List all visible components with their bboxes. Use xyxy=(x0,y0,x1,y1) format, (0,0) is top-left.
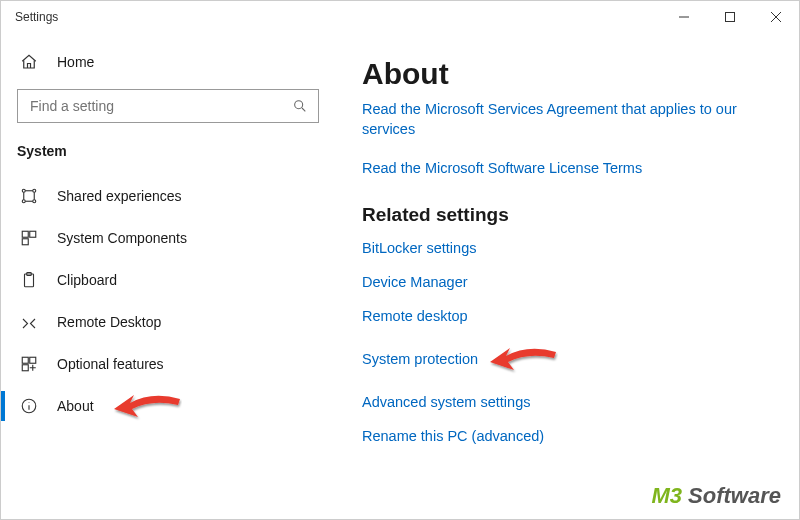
remote-desktop-icon xyxy=(19,313,39,331)
sidebar-item-shared-experiences[interactable]: Shared experiences xyxy=(1,175,336,217)
svg-point-8 xyxy=(22,200,25,203)
home-nav[interactable]: Home xyxy=(1,41,336,83)
optional-features-icon xyxy=(19,355,39,373)
link-rename-pc[interactable]: Rename this PC (advanced) xyxy=(362,428,779,444)
sidebar-item-label: Shared experiences xyxy=(57,188,182,204)
svg-rect-1 xyxy=(726,13,735,22)
sidebar-item-system-components[interactable]: System Components xyxy=(1,217,336,259)
svg-rect-16 xyxy=(22,239,28,245)
sidebar-item-about[interactable]: About xyxy=(1,385,336,427)
sidebar-item-optional-features[interactable]: Optional features xyxy=(1,343,336,385)
category-header: System xyxy=(1,135,336,175)
home-icon xyxy=(19,53,39,71)
sidebar: Home System Shared experiences System Co… xyxy=(1,33,336,519)
sidebar-item-label: System Components xyxy=(57,230,187,246)
clipboard-icon xyxy=(19,271,39,289)
sidebar-item-clipboard[interactable]: Clipboard xyxy=(1,259,336,301)
annotation-arrow-icon xyxy=(112,389,182,423)
search-field[interactable] xyxy=(28,97,292,115)
svg-point-9 xyxy=(33,200,36,203)
main-panel: About Read the Microsoft Services Agreem… xyxy=(336,33,799,519)
link-bitlocker-settings[interactable]: BitLocker settings xyxy=(362,240,779,256)
window-controls xyxy=(661,1,799,33)
about-icon xyxy=(19,397,39,415)
svg-rect-14 xyxy=(22,231,28,237)
svg-rect-20 xyxy=(30,357,36,363)
sidebar-item-label: About xyxy=(57,398,94,414)
minimize-button[interactable] xyxy=(661,1,707,33)
svg-point-4 xyxy=(295,101,303,109)
sidebar-item-label: Remote Desktop xyxy=(57,314,161,330)
annotation-arrow-icon xyxy=(488,342,558,376)
maximize-button[interactable] xyxy=(707,1,753,33)
watermark-text: Software xyxy=(688,483,781,508)
link-remote-desktop[interactable]: Remote desktop xyxy=(362,308,779,324)
home-label: Home xyxy=(57,54,94,70)
svg-point-6 xyxy=(22,189,25,192)
sidebar-item-label: Optional features xyxy=(57,356,164,372)
search-icon xyxy=(292,98,308,114)
link-system-protection[interactable]: System protection xyxy=(362,351,478,367)
svg-line-5 xyxy=(302,108,305,111)
close-button[interactable] xyxy=(753,1,799,33)
window-title: Settings xyxy=(15,10,58,24)
page-title: About xyxy=(362,57,779,91)
related-settings-heading: Related settings xyxy=(362,204,779,226)
svg-rect-19 xyxy=(22,357,28,363)
watermark-m3: M3 xyxy=(651,483,682,508)
link-license-terms[interactable]: Read the Microsoft Software License Term… xyxy=(362,158,779,178)
svg-rect-21 xyxy=(22,365,28,371)
svg-point-7 xyxy=(33,189,36,192)
sidebar-item-label: Clipboard xyxy=(57,272,117,288)
sidebar-item-remote-desktop[interactable]: Remote Desktop xyxy=(1,301,336,343)
system-components-icon xyxy=(19,229,39,247)
titlebar: Settings xyxy=(1,1,799,33)
watermark: M3 Software xyxy=(651,483,781,509)
svg-rect-15 xyxy=(30,231,36,237)
link-advanced-system-settings[interactable]: Advanced system settings xyxy=(362,394,779,410)
shared-experiences-icon xyxy=(19,187,39,205)
link-device-manager[interactable]: Device Manager xyxy=(362,274,779,290)
search-input[interactable] xyxy=(17,89,319,123)
link-services-agreement[interactable]: Read the Microsoft Services Agreement th… xyxy=(362,99,779,140)
